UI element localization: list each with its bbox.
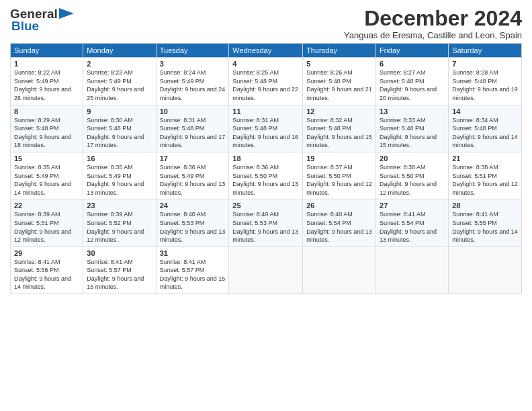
cell-info: Sunrise: 8:41 AMSunset: 5:57 PMDaylight:… — [87, 258, 152, 291]
calendar-week-1: 1Sunrise: 8:22 AMSunset: 5:49 PMDaylight… — [11, 58, 522, 105]
calendar-cell: 23Sunrise: 8:39 AMSunset: 5:52 PMDayligh… — [83, 199, 156, 246]
calendar-cell: 3Sunrise: 8:24 AMSunset: 5:49 PMDaylight… — [156, 58, 229, 105]
calendar-week-3: 15Sunrise: 8:35 AMSunset: 5:49 PMDayligh… — [11, 152, 522, 199]
calendar-cell: 5Sunrise: 8:26 AMSunset: 5:48 PMDaylight… — [303, 58, 376, 105]
cell-info: Sunrise: 8:36 AMSunset: 5:49 PMDaylight:… — [160, 163, 226, 197]
calendar-week-2: 8Sunrise: 8:29 AMSunset: 5:48 PMDaylight… — [11, 105, 522, 152]
calendar-table: SundayMondayTuesdayWednesdayThursdayFrid… — [10, 43, 522, 294]
day-number: 27 — [380, 201, 445, 210]
cell-info: Sunrise: 8:35 AMSunset: 5:49 PMDaylight:… — [14, 163, 79, 197]
calendar-cell: 25Sunrise: 8:40 AMSunset: 5:53 PMDayligh… — [229, 199, 303, 246]
logo: General Blue — [10, 7, 74, 34]
day-number: 2 — [87, 60, 152, 68]
calendar-cell: 17Sunrise: 8:36 AMSunset: 5:49 PMDayligh… — [156, 152, 229, 199]
col-header-saturday: Saturday — [449, 44, 522, 58]
calendar-cell: 9Sunrise: 8:30 AMSunset: 5:48 PMDaylight… — [83, 105, 156, 152]
calendar-cell: 22Sunrise: 8:39 AMSunset: 5:51 PMDayligh… — [11, 199, 83, 246]
day-number: 30 — [87, 249, 152, 257]
calendar-cell — [376, 246, 449, 293]
day-number: 4 — [232, 60, 299, 68]
calendar-cell: 12Sunrise: 8:32 AMSunset: 5:48 PMDayligh… — [303, 105, 376, 152]
calendar-cell: 20Sunrise: 8:38 AMSunset: 5:50 PMDayligh… — [376, 152, 449, 199]
calendar-cell: 28Sunrise: 8:41 AMSunset: 5:55 PMDayligh… — [449, 199, 522, 246]
day-number: 22 — [14, 201, 79, 210]
day-number: 3 — [160, 60, 226, 68]
logo-blue: Blue — [11, 19, 39, 34]
calendar-cell — [229, 246, 303, 293]
cell-info: Sunrise: 8:23 AMSunset: 5:49 PMDaylight:… — [87, 68, 152, 102]
col-header-friday: Friday — [376, 44, 449, 58]
col-header-thursday: Thursday — [303, 44, 376, 58]
day-number: 8 — [14, 107, 79, 116]
cell-info: Sunrise: 8:40 AMSunset: 5:54 PMDaylight:… — [306, 210, 372, 244]
day-number: 21 — [452, 154, 518, 163]
day-number: 16 — [87, 154, 152, 163]
calendar-cell — [449, 246, 522, 293]
cell-info: Sunrise: 8:31 AMSunset: 5:48 PMDaylight:… — [160, 116, 226, 150]
col-header-wednesday: Wednesday — [229, 44, 303, 58]
calendar-cell: 15Sunrise: 8:35 AMSunset: 5:49 PMDayligh… — [11, 152, 83, 199]
cell-info: Sunrise: 8:41 AMSunset: 5:55 PMDaylight:… — [452, 210, 518, 244]
calendar-cell: 30Sunrise: 8:41 AMSunset: 5:57 PMDayligh… — [83, 246, 156, 293]
day-number: 26 — [306, 201, 372, 210]
cell-info: Sunrise: 8:39 AMSunset: 5:51 PMDaylight:… — [14, 210, 79, 244]
day-number: 19 — [306, 154, 372, 163]
day-number: 24 — [160, 201, 226, 210]
cell-info: Sunrise: 8:24 AMSunset: 5:49 PMDaylight:… — [160, 68, 226, 102]
calendar-cell: 18Sunrise: 8:36 AMSunset: 5:50 PMDayligh… — [229, 152, 303, 199]
calendar-cell: 11Sunrise: 8:31 AMSunset: 5:48 PMDayligh… — [229, 105, 303, 152]
cell-info: Sunrise: 8:31 AMSunset: 5:48 PMDaylight:… — [232, 116, 299, 150]
calendar-week-4: 22Sunrise: 8:39 AMSunset: 5:51 PMDayligh… — [11, 199, 522, 246]
title-section: December 2024 Yanguas de Eresma, Castill… — [344, 7, 522, 40]
col-header-sunday: Sunday — [11, 44, 83, 58]
day-number: 23 — [87, 201, 152, 210]
day-number: 10 — [160, 107, 226, 116]
day-number: 13 — [380, 107, 445, 116]
cell-info: Sunrise: 8:40 AMSunset: 5:53 PMDaylight:… — [232, 210, 299, 244]
calendar-cell: 8Sunrise: 8:29 AMSunset: 5:48 PMDaylight… — [11, 105, 83, 152]
svg-marker-0 — [59, 8, 74, 19]
cell-info: Sunrise: 8:38 AMSunset: 5:50 PMDaylight:… — [380, 163, 445, 197]
day-number: 28 — [452, 201, 518, 210]
page: General Blue December 2024 Yanguas de Er… — [0, 0, 532, 411]
cell-info: Sunrise: 8:26 AMSunset: 5:48 PMDaylight:… — [306, 68, 372, 102]
cell-info: Sunrise: 8:38 AMSunset: 5:51 PMDaylight:… — [452, 163, 518, 197]
calendar-cell: 6Sunrise: 8:27 AMSunset: 5:48 PMDaylight… — [376, 58, 449, 105]
cell-info: Sunrise: 8:35 AMSunset: 5:49 PMDaylight:… — [87, 163, 152, 197]
calendar-cell: 4Sunrise: 8:25 AMSunset: 5:48 PMDaylight… — [229, 58, 303, 105]
cell-info: Sunrise: 8:39 AMSunset: 5:52 PMDaylight:… — [87, 210, 152, 244]
day-number: 1 — [14, 60, 79, 68]
calendar-cell: 2Sunrise: 8:23 AMSunset: 5:49 PMDaylight… — [83, 58, 156, 105]
calendar-cell: 21Sunrise: 8:38 AMSunset: 5:51 PMDayligh… — [449, 152, 522, 199]
day-number: 12 — [306, 107, 372, 116]
cell-info: Sunrise: 8:41 AMSunset: 5:57 PMDaylight:… — [160, 258, 226, 291]
calendar-cell: 13Sunrise: 8:33 AMSunset: 5:48 PMDayligh… — [376, 105, 449, 152]
day-number: 6 — [380, 60, 445, 68]
logo-flag-icon — [59, 8, 74, 19]
location-subtitle: Yanguas de Eresma, Castille and Leon, Sp… — [344, 30, 522, 40]
col-header-monday: Monday — [83, 44, 156, 58]
cell-info: Sunrise: 8:30 AMSunset: 5:48 PMDaylight:… — [87, 116, 152, 150]
cell-info: Sunrise: 8:32 AMSunset: 5:48 PMDaylight:… — [306, 116, 372, 150]
calendar-cell: 26Sunrise: 8:40 AMSunset: 5:54 PMDayligh… — [303, 199, 376, 246]
month-title: December 2024 — [344, 7, 522, 30]
cell-info: Sunrise: 8:25 AMSunset: 5:48 PMDaylight:… — [232, 68, 299, 102]
day-number: 17 — [160, 154, 226, 163]
calendar-cell: 31Sunrise: 8:41 AMSunset: 5:57 PMDayligh… — [156, 246, 229, 293]
cell-info: Sunrise: 8:22 AMSunset: 5:49 PMDaylight:… — [14, 68, 79, 102]
cell-info: Sunrise: 8:28 AMSunset: 5:48 PMDaylight:… — [452, 68, 518, 102]
cell-info: Sunrise: 8:27 AMSunset: 5:48 PMDaylight:… — [380, 68, 445, 102]
calendar-cell: 27Sunrise: 8:41 AMSunset: 5:54 PMDayligh… — [376, 199, 449, 246]
calendar-cell: 1Sunrise: 8:22 AMSunset: 5:49 PMDaylight… — [11, 58, 83, 105]
day-number: 20 — [380, 154, 445, 163]
calendar-cell: 16Sunrise: 8:35 AMSunset: 5:49 PMDayligh… — [83, 152, 156, 199]
calendar-cell: 7Sunrise: 8:28 AMSunset: 5:48 PMDaylight… — [449, 58, 522, 105]
day-number: 18 — [232, 154, 299, 163]
day-number: 15 — [14, 154, 79, 163]
calendar-week-5: 29Sunrise: 8:41 AMSunset: 5:56 PMDayligh… — [11, 246, 522, 293]
calendar-cell: 14Sunrise: 8:34 AMSunset: 5:48 PMDayligh… — [449, 105, 522, 152]
cell-info: Sunrise: 8:29 AMSunset: 5:48 PMDaylight:… — [14, 116, 79, 150]
calendar-cell: 29Sunrise: 8:41 AMSunset: 5:56 PMDayligh… — [11, 246, 83, 293]
calendar-cell: 10Sunrise: 8:31 AMSunset: 5:48 PMDayligh… — [156, 105, 229, 152]
day-number: 5 — [306, 60, 372, 68]
